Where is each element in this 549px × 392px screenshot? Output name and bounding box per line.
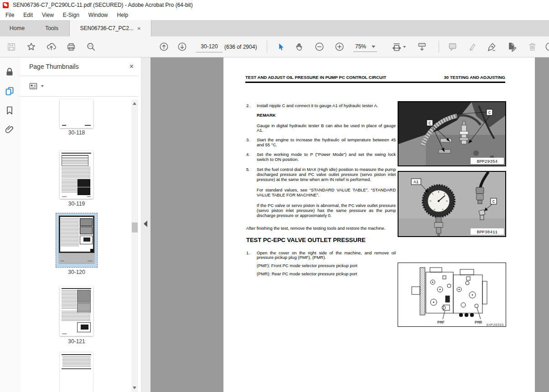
current-view-frame[interactable]: [59, 216, 94, 253]
tab-close-icon[interactable]: ×: [137, 26, 141, 31]
caret-down-icon: [372, 46, 375, 48]
panel-title: Page Thumbnails: [29, 63, 79, 70]
thumbnail-page-30-120-selected[interactable]: [56, 213, 98, 268]
panel-gutter: [141, 57, 150, 392]
thumbnail-page-preview: [59, 216, 94, 263]
scroll-up-icon[interactable]: [133, 102, 136, 105]
attachments-panel-button[interactable]: [0, 120, 19, 139]
page-thumbnails-icon: [4, 86, 15, 97]
select-tool-button[interactable]: [273, 36, 288, 57]
figure-label-a1: A1: [414, 180, 419, 185]
step-5: 5. Set the fuel control dial in MAX (Hig…: [246, 167, 396, 182]
tab-home[interactable]: Home: [0, 20, 34, 36]
main-area: Page Thumbnails × 30-118: [0, 57, 549, 392]
zoom-in-button[interactable]: [331, 36, 347, 57]
thumbnail-label[interactable]: 30-118: [36, 129, 118, 136]
zoom-level-dropdown[interactable]: 75%: [353, 41, 377, 52]
menu-esign[interactable]: E-Sign: [58, 12, 84, 18]
menu-file[interactable]: File: [1, 12, 19, 18]
edit-pdf-button[interactable]: [504, 36, 519, 57]
save-button[interactable]: [4, 36, 19, 57]
step-5-abnormal-note: If the PC valve or servo piston is abnor…: [257, 203, 396, 218]
circle-icon: [544, 41, 549, 52]
scroll-mode-button[interactable]: [414, 36, 430, 57]
toolbar-divider: [267, 41, 267, 53]
scroll-down-icon[interactable]: [133, 387, 136, 389]
page-number-input[interactable]: [196, 41, 223, 52]
page-thumbnails-panel: Page Thumbnails × 30-118: [19, 57, 141, 392]
zoom-out-button[interactable]: [311, 36, 327, 57]
pdf-page: TEST AND ADJUST OIL PRESSURE IN PUMP PC …: [223, 57, 535, 392]
tab-bar: Home Tools SEN06736-C7_PC2... ×: [0, 20, 549, 36]
previous-page-button[interactable]: [156, 36, 171, 57]
window-title: SEN06736-C7_PC290LC-11.pdf (SECURED) - A…: [13, 2, 193, 8]
document-area: TEST AND ADJUST OIL PRESSURE IN PUMP PC …: [150, 57, 549, 392]
collapse-panel-button[interactable]: [144, 221, 147, 227]
thumbnail-page-partial[interactable]: [60, 352, 93, 392]
page-count-label: (636 of 2904): [224, 36, 257, 57]
view-frame-handle[interactable]: [90, 249, 93, 252]
page-scrolling-icon: [417, 41, 427, 52]
print-button[interactable]: [63, 36, 79, 57]
remark-body: Gauge in digital hydraulic tester B can …: [257, 124, 396, 134]
bookmarks-panel-button[interactable]: [0, 101, 19, 120]
page-number-field[interactable]: [196, 36, 223, 57]
next-page-button[interactable]: [174, 36, 190, 57]
figure-diagram-pump: PMF PMR 84P29355: [398, 263, 506, 327]
tab-document[interactable]: SEN06736-C7_PC2... ×: [69, 20, 151, 36]
menu-window[interactable]: Window: [84, 12, 113, 18]
sign-button[interactable]: [484, 36, 499, 57]
closing-line: After finishing the test, remove the tes…: [246, 226, 396, 231]
thumbnail-options-button[interactable]: [29, 78, 44, 94]
search-button[interactable]: [83, 36, 98, 57]
zoom-level-value: 75%: [355, 43, 366, 50]
menu-edit[interactable]: Edit: [19, 12, 37, 18]
save-icon: [6, 42, 16, 52]
printer-icon: [66, 42, 76, 52]
menu-help[interactable]: Help: [113, 12, 133, 18]
section-title: TEST PC-EPC VALVE OUTLET PRESSURE: [246, 237, 396, 244]
photo-engine-compartment: C C BPP29354: [399, 102, 505, 165]
cloud-upload-icon: [46, 41, 57, 52]
toolbar: (636 of 2904) 75%: [0, 36, 549, 57]
fit-width-button[interactable]: [388, 36, 409, 57]
thumbnail-label[interactable]: 30-119: [36, 201, 118, 207]
arrow-down-circle-icon: [177, 41, 187, 52]
tab-tools[interactable]: Tools: [34, 20, 69, 36]
diagram-pump-ports: PMF PMR 84P29355: [398, 263, 506, 326]
lock-icon: [4, 67, 15, 77]
thumbnail-label[interactable]: 30-120: [36, 269, 118, 275]
figure-label-c: C: [429, 121, 431, 126]
diagram-label-pmf: PMF: [437, 320, 445, 325]
hand-tool-button[interactable]: [292, 36, 307, 57]
page-header-right: 30 TESTING AND ADJUSTING: [444, 75, 505, 80]
pmr-definition: (PMR): Rear PC mode selector pressure pi…: [257, 272, 396, 277]
figure-id: BPP30411: [477, 230, 498, 235]
figure-label-c: C: [492, 200, 495, 204]
thumbnail-page-30-118[interactable]: [60, 99, 93, 128]
thumbnail-label[interactable]: 30-121: [36, 338, 118, 345]
highlight-button[interactable]: [464, 36, 480, 57]
share-button[interactable]: [43, 36, 59, 57]
menu-view[interactable]: View: [37, 12, 58, 18]
fountain-pen-icon: [487, 41, 497, 52]
delete-button[interactable]: [524, 36, 540, 57]
thumbnail-page-30-119[interactable]: [60, 151, 93, 199]
page-header-rule: [245, 82, 505, 83]
comment-bubble-icon: [447, 41, 458, 52]
highlighter-icon: [467, 41, 477, 52]
comment-button[interactable]: [445, 36, 460, 57]
panel-header: Page Thumbnails ×: [19, 57, 141, 76]
acrobat-logo-icon: [3, 2, 9, 8]
thumbnail-page-30-121[interactable]: [60, 286, 93, 336]
thumbnails-panel-button[interactable]: [0, 82, 19, 101]
security-panel-button[interactable]: [0, 62, 19, 82]
panel-close-button[interactable]: ×: [129, 63, 134, 70]
star-button[interactable]: [23, 36, 39, 57]
more-tools-button[interactable]: [542, 36, 549, 57]
panel-scrollbar[interactable]: [131, 99, 138, 392]
pmf-definition: (PMF): Front PC mode selector pressure p…: [257, 263, 396, 268]
scrollbar-thumb[interactable]: [132, 222, 138, 232]
step-1: 1. Open the cover on the right side of t…: [246, 251, 396, 261]
bookmark-icon: [4, 105, 15, 116]
